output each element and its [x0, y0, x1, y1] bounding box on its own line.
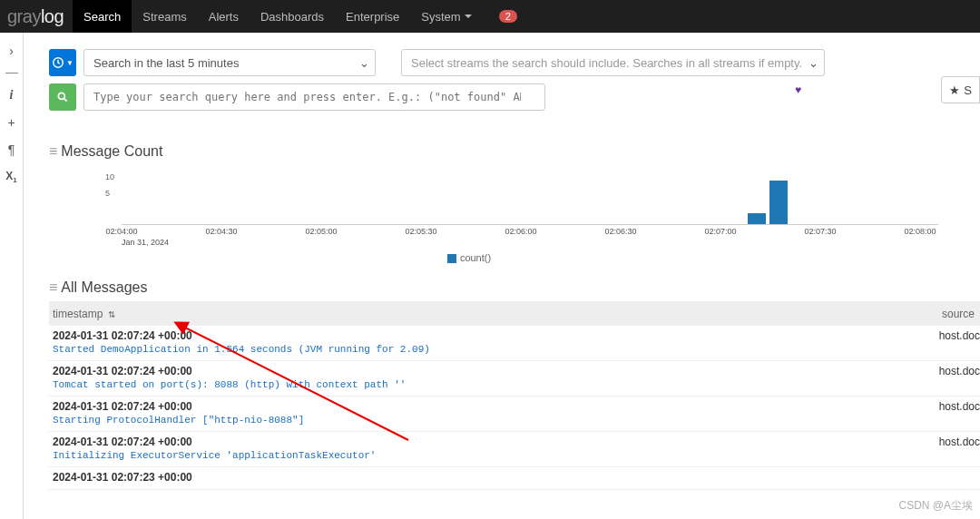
nav-search[interactable]: Search [73, 0, 132, 33]
main-content: ▼ Search in the last 5 minutes ⌄ Select … [24, 33, 980, 519]
time-mode-button[interactable]: ▼ [49, 49, 76, 76]
messages-title: All Messages [61, 279, 147, 296]
grip-icon[interactable]: ≡ [49, 143, 55, 160]
search-icon [56, 91, 69, 103]
time-range-select[interactable]: Search in the last 5 minutes ⌄ [83, 49, 376, 76]
stream-select[interactable]: Select streams the search should include… [401, 49, 825, 76]
chevron-down-icon: ⌄ [808, 56, 818, 70]
col-timestamp[interactable]: timestamp [53, 308, 103, 320]
nav-alerts[interactable]: Alerts [198, 0, 250, 33]
chart-title-row: ≡ Message Count [49, 143, 980, 160]
nav-streams[interactable]: Streams [132, 0, 197, 33]
table-row[interactable]: 2024-01-31 02:07:24 +00:00 Starting Prot… [49, 397, 980, 432]
nav-enterprise[interactable]: Enterprise [335, 0, 410, 33]
nav-system[interactable]: System [410, 0, 482, 33]
save-search-button[interactable]: ★ S [941, 76, 980, 103]
table-row[interactable]: 2024-01-31 02:07:23 +00:00 [49, 467, 980, 490]
messages-title-row: ≡ All Messages [49, 279, 980, 296]
table-row[interactable]: 2024-01-31 02:07:24 +00:00 Tomcat starte… [49, 361, 980, 397]
pin-icon[interactable]: ♥ [795, 83, 801, 96]
table-header: timestamp ⇅ source [49, 301, 980, 326]
chart-legend: count() [24, 252, 980, 263]
grip-icon[interactable]: ≡ [49, 279, 55, 296]
chevron-down-icon [465, 15, 472, 18]
sort-desc-icon[interactable]: ⇅ [108, 309, 115, 319]
info-icon[interactable]: i [10, 88, 14, 103]
side-toolbar: › i + ¶ X1 [0, 33, 24, 519]
col-source[interactable]: source [942, 308, 975, 320]
top-nav: graylog Search Streams Alerts Dashboards… [0, 0, 980, 33]
message-count-chart: 10 5 02:04:00 02:04:30 02:05:00 02:05:30… [49, 169, 938, 225]
nav-dashboards[interactable]: Dashboards [250, 0, 335, 33]
notification-badge: 2 [499, 10, 517, 23]
star-icon: ★ [949, 83, 960, 97]
chart-bar [769, 181, 788, 224]
chevron-right-icon[interactable]: › [9, 44, 14, 58]
search-query-input[interactable] [83, 83, 545, 111]
chevron-down-icon: ⌄ [359, 56, 369, 70]
chart-title: Message Count [61, 143, 162, 160]
legend-swatch [447, 254, 456, 263]
plus-icon[interactable]: + [7, 115, 15, 130]
x-subscript-icon[interactable]: X1 [5, 170, 16, 184]
table-row[interactable]: 2024-01-31 02:07:24 +00:00 Initializing … [49, 432, 980, 467]
brand-logo: graylog [7, 6, 64, 27]
svg-point-1 [58, 93, 64, 99]
watermark: CSDN @A尘埃 [898, 498, 973, 514]
clock-icon [52, 56, 64, 69]
paragraph-icon[interactable]: ¶ [8, 142, 15, 157]
nav-notifications[interactable]: 2 [483, 0, 528, 33]
run-search-button[interactable] [49, 83, 76, 111]
table-row[interactable]: 2024-01-31 02:07:24 +00:00 Started DemoA… [49, 326, 980, 361]
divider [5, 73, 18, 73]
chart-bar [748, 213, 766, 224]
